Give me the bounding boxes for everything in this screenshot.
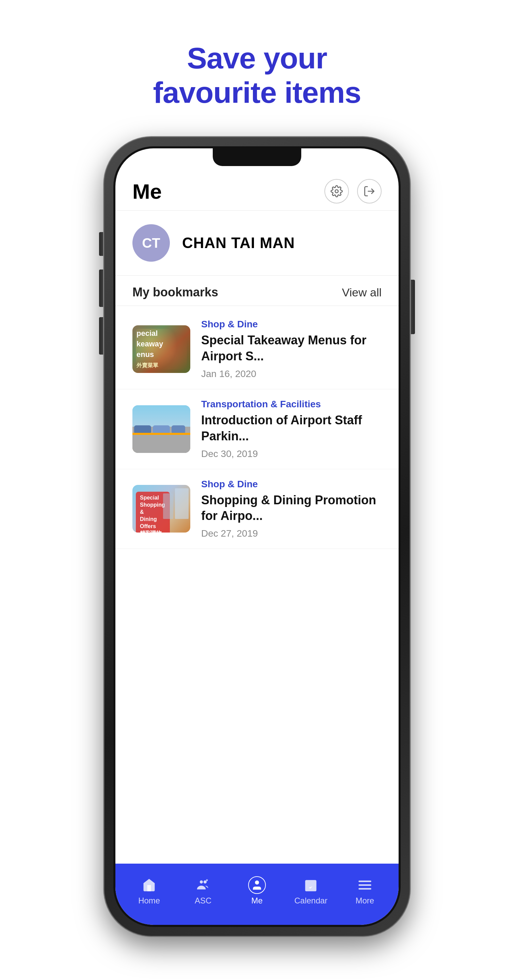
home-icon [140, 876, 158, 894]
list-item[interactable]: Special Shopping &Dining Offers精彩購物及飲食優惠… [115, 469, 399, 549]
nav-item-asc[interactable]: ASC [176, 876, 230, 905]
svg-point-0 [335, 190, 338, 193]
phone-notch [213, 148, 301, 166]
calendar-icon [302, 876, 320, 894]
volume-down-button [99, 317, 104, 355]
nav-label-me: Me [251, 896, 263, 905]
bookmarks-title: My bookmarks [132, 285, 218, 299]
nav-item-more[interactable]: More [338, 876, 392, 905]
bottom-nav: Home [115, 864, 399, 925]
volume-up-button [99, 269, 104, 307]
nav-label-asc: ASC [195, 896, 212, 905]
phone-screen-outer: Me [113, 146, 401, 927]
bookmark-category: Transportation & Facilities [201, 399, 382, 410]
bookmark-thumbnail-1: pecial keaway enus 外賣菜單 [132, 325, 190, 373]
nav-item-home[interactable]: Home [122, 876, 176, 905]
bookmark-thumbnail-2 [132, 405, 190, 453]
screen-content: Me [115, 148, 399, 925]
svg-point-4 [255, 881, 259, 885]
phone-mockup: Me [104, 137, 410, 937]
bookmark-category: Shop & Dine [201, 319, 382, 330]
volume-mute-button [99, 232, 104, 256]
asc-icon [194, 876, 212, 894]
hero-headline: Save your favourite items [153, 41, 361, 110]
nav-label-more: More [355, 896, 374, 905]
svg-point-3 [204, 881, 207, 884]
me-icon [248, 876, 266, 894]
nav-label-home: Home [138, 896, 160, 905]
power-button [410, 280, 415, 334]
bookmark-title: Introduction of Airport Staff Parkin... [201, 412, 382, 444]
bookmark-info-1: Shop & Dine Special Takeaway Menus for A… [201, 319, 382, 379]
phone-screen: Me [115, 148, 399, 925]
thumb-food-overlay: pecial keaway enus 外賣菜單 [132, 328, 190, 370]
bookmark-info-3: Shop & Dine Shopping & Dining Promotion … [201, 479, 382, 539]
user-name: CHAN TAI MAN [182, 234, 295, 251]
nav-item-me[interactable]: Me [230, 876, 284, 905]
header-icons [325, 179, 382, 204]
bookmarks-header: My bookmarks View all [115, 275, 399, 306]
bookmark-date: Jan 16, 2020 [201, 369, 382, 379]
bookmark-date: Dec 30, 2019 [201, 449, 382, 460]
user-section: CT CHAN TAI MAN [115, 211, 399, 275]
bookmark-thumbnail-3: Special Shopping &Dining Offers精彩購物及飲食優惠 [132, 485, 190, 533]
nav-item-calendar[interactable]: Calendar [284, 876, 338, 905]
app-title: Me [132, 179, 162, 204]
more-icon [356, 876, 374, 894]
app-header: Me [115, 169, 399, 211]
settings-button[interactable] [325, 179, 349, 204]
logout-button[interactable] [357, 179, 382, 204]
bookmark-date: Dec 27, 2019 [201, 528, 382, 539]
list-item[interactable]: Transportation & Facilities Introduction… [115, 389, 399, 469]
nav-label-calendar: Calendar [294, 896, 328, 905]
bookmarks-list: pecial keaway enus 外賣菜單 Shop & [115, 306, 399, 864]
phone-shell: Me [104, 137, 410, 937]
bookmark-title: Special Takeaway Menus for Airport S... [201, 332, 382, 364]
bookmark-title: Shopping & Dining Promotion for Airpo... [201, 492, 382, 524]
svg-point-2 [200, 881, 203, 884]
view-all-button[interactable]: View all [342, 286, 382, 299]
bookmark-category: Shop & Dine [201, 479, 382, 490]
avatar: CT [132, 224, 170, 262]
svg-rect-5 [306, 880, 317, 891]
list-item[interactable]: pecial keaway enus 外賣菜單 Shop & [115, 309, 399, 389]
bookmark-info-2: Transportation & Facilities Introduction… [201, 399, 382, 460]
